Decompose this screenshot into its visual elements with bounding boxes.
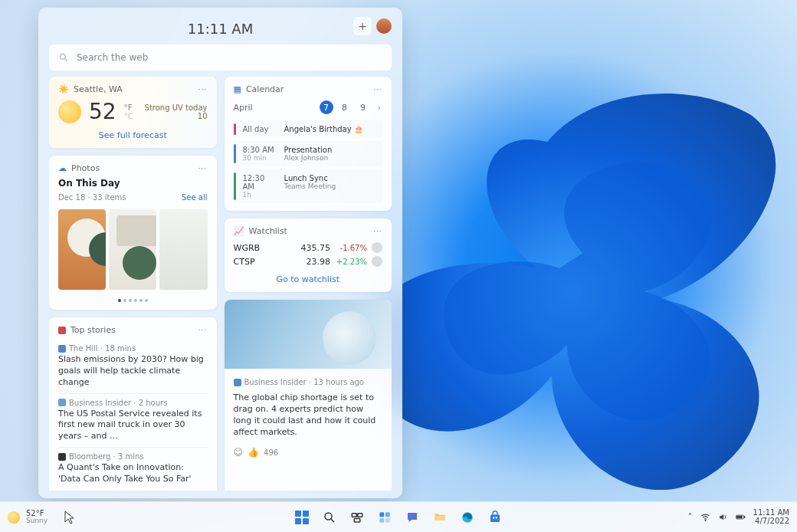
widgets-button[interactable] [375, 507, 395, 527]
svg-rect-11 [435, 516, 444, 521]
featured-source: Business Insider · 13 hours ago [234, 378, 383, 386]
news-story[interactable]: The Hill · 18 minsSlash emissions by 203… [58, 340, 208, 393]
calendar-widget[interactable]: ▦ Calendar ⋯ April 789 › All dayAngela's… [225, 77, 392, 211]
wifi-icon[interactable] [700, 512, 710, 522]
svg-point-0 [60, 54, 65, 59]
photo-thumbnail[interactable] [58, 209, 106, 290]
news-story[interactable]: Bloomberg · 3 minsA Quant's Take on Inno… [58, 447, 208, 490]
add-widget-button[interactable]: + [353, 17, 372, 35]
calendar-day[interactable]: 9 [356, 100, 370, 114]
start-button[interactable] [292, 507, 312, 527]
taskbar-center [292, 507, 505, 527]
photos-icon: ☁ [58, 163, 67, 173]
taskbar-weather-button[interactable]: 52°F Sunny [8, 510, 75, 525]
photos-see-all-link[interactable]: See all [182, 193, 208, 202]
svg-rect-7 [379, 512, 384, 517]
weather-location-icon: ☀️ [58, 84, 69, 94]
photos-title: On This Day [58, 178, 208, 189]
reaction-count: 496 [264, 448, 278, 457]
sun-icon [58, 100, 81, 123]
weather-location: Seattle, WA [74, 84, 123, 94]
file-explorer-button[interactable] [430, 507, 450, 527]
news-icon [58, 327, 66, 334]
photo-carousel[interactable] [58, 209, 208, 290]
top-stories-menu-button[interactable]: ⋯ [198, 325, 208, 335]
svg-rect-13 [490, 514, 500, 522]
calendar-next-button[interactable]: › [376, 103, 382, 113]
reaction-icon: 😊 [234, 447, 244, 458]
calendar-event[interactable]: 8:30 AM30 minPresentationAlex Johnson [234, 141, 383, 166]
calendar-event[interactable]: All dayAngela's Birthday 🎂 [234, 120, 383, 138]
svg-rect-15 [496, 517, 497, 518]
volume-icon[interactable] [718, 512, 728, 522]
battery-icon[interactable] [736, 512, 746, 522]
featured-news-widget[interactable]: Business Insider · 13 hours ago The glob… [225, 300, 392, 491]
weather-description: Strong UV today 10 [145, 103, 208, 120]
photo-thumbnail[interactable] [109, 209, 156, 290]
top-stories-widget[interactable]: Top stories ⋯ The Hill · 18 minsSlash em… [49, 317, 217, 491]
watchlist-row[interactable]: WGRB435.75-1.67% [234, 241, 383, 255]
widgets-panel: 11:11 AM + Search the web ☀️ Seattle, WA… [38, 8, 402, 498]
calendar-header: Calendar [246, 84, 284, 94]
featured-image [225, 300, 392, 369]
watchlist-row[interactable]: CTSP23.98+2.23% [234, 255, 383, 268]
featured-reactions[interactable]: 😊 👍 496 [234, 447, 383, 458]
weather-forecast-link[interactable]: See full forecast [58, 130, 208, 140]
tray-chevron-icon[interactable]: ˄ [688, 512, 693, 523]
taskbar-weather-desc: Sunny [26, 517, 48, 524]
user-avatar[interactable] [376, 18, 392, 34]
watchlist-header: Watchlist [249, 226, 287, 236]
svg-rect-6 [354, 518, 360, 522]
calendar-day[interactable]: 7 [320, 100, 333, 114]
calendar-day-picker: April 789 › [234, 100, 383, 114]
weather-icon [8, 511, 20, 524]
cursor-icon [64, 511, 75, 524]
search-icon [58, 52, 69, 63]
taskbar: 52°F Sunny ˄ [0, 501, 797, 532]
taskbar-search-button[interactable] [320, 507, 339, 527]
panel-time: 11:11 AM [188, 21, 253, 37]
system-tray[interactable]: ˄ 11:11 AM 4/7/2022 [688, 509, 789, 525]
search-placeholder: Search the web [77, 52, 148, 63]
svg-point-16 [704, 520, 705, 521]
watchlist-menu-button[interactable]: ⋯ [373, 226, 382, 236]
svg-rect-19 [736, 516, 742, 518]
weather-temp: 52 [89, 99, 116, 124]
weather-units: °F °C [124, 103, 133, 120]
top-stories-header: Top stories [71, 325, 116, 335]
watchlist-icon: 📈 [234, 226, 244, 236]
svg-rect-10 [385, 517, 390, 522]
svg-rect-18 [744, 517, 745, 518]
calendar-event[interactable]: 12:30 AM1hLunch SyncTeams Meeting [234, 169, 383, 203]
reaction-icon: 👍 [248, 447, 259, 458]
svg-point-2 [325, 513, 332, 520]
calendar-menu-button[interactable]: ⋯ [373, 84, 382, 94]
photos-subtitle: Dec 18 · 33 items [58, 193, 126, 202]
taskbar-time: 11:11 AM [753, 509, 789, 517]
edge-button[interactable] [458, 507, 477, 527]
svg-line-3 [331, 519, 334, 522]
task-view-button[interactable] [347, 507, 367, 527]
svg-rect-8 [385, 512, 390, 517]
carousel-indicator [58, 299, 208, 302]
weather-widget[interactable]: ☀️ Seattle, WA ⋯ 52 °F °C Strong UV toda… [49, 77, 217, 148]
calendar-month: April [234, 103, 253, 113]
chat-button[interactable] [402, 507, 422, 527]
taskbar-date: 4/7/2022 [755, 517, 789, 526]
photos-widget[interactable]: ☁ Photos ⋯ On This Day Dec 18 · 33 items… [49, 156, 217, 310]
photo-thumbnail[interactable] [159, 209, 207, 290]
watchlist-link[interactable]: Go to watchlist [234, 274, 383, 284]
news-story[interactable]: Business Insider · 2 hoursThe US Postal … [58, 393, 208, 448]
calendar-day[interactable]: 8 [338, 100, 352, 114]
svg-line-1 [65, 59, 67, 61]
photos-header: Photos [71, 163, 100, 173]
photos-menu-button[interactable]: ⋯ [198, 163, 208, 173]
store-button[interactable] [485, 507, 505, 527]
calendar-icon: ▦ [234, 84, 241, 94]
featured-headline[interactable]: The global chip shortage is set to drag … [234, 392, 383, 438]
watchlist-widget[interactable]: 📈 Watchlist ⋯ WGRB435.75-1.67%CTSP23.98+… [225, 218, 392, 292]
weather-menu-button[interactable]: ⋯ [198, 84, 208, 94]
search-input[interactable]: Search the web [49, 44, 392, 71]
svg-rect-14 [493, 517, 494, 518]
svg-rect-5 [358, 513, 362, 517]
